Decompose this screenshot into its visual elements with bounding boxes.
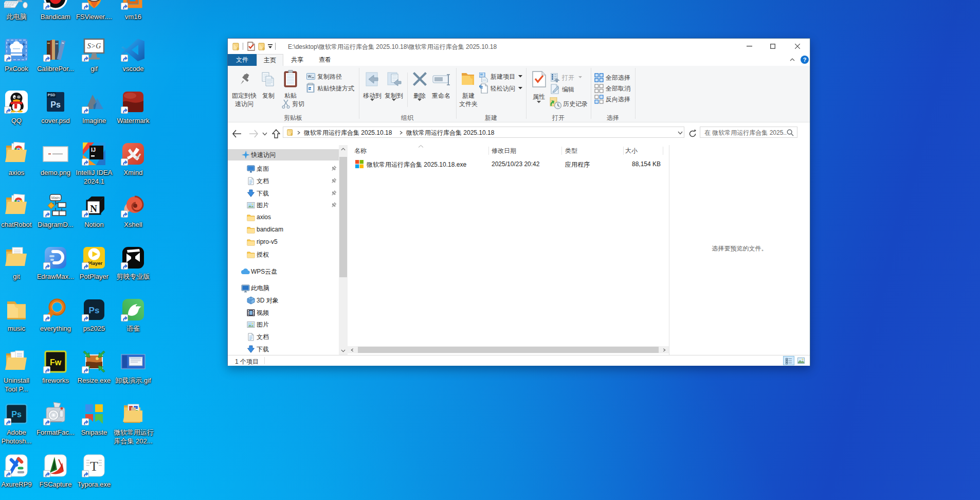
svg-text:Player: Player	[88, 260, 103, 266]
svg-text:T: T	[90, 459, 98, 474]
svg-text:Ps: Ps	[11, 410, 22, 419]
svg-text:PSD: PSD	[48, 93, 55, 97]
svg-text:Ps: Ps	[89, 306, 100, 315]
svg-text:N: N	[90, 203, 97, 214]
svg-text:IJ: IJ	[91, 147, 96, 153]
svg-text:Fw: Fw	[50, 358, 62, 367]
svg-text:S>G: S>G	[87, 42, 101, 50]
svg-text:Ps: Ps	[50, 100, 61, 109]
svg-text:Main: Main	[51, 195, 60, 200]
